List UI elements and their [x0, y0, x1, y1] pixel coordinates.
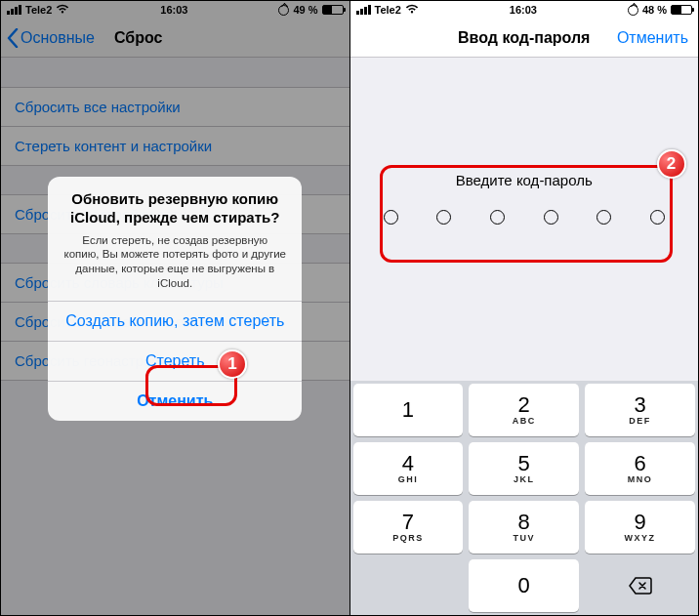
dot [544, 210, 558, 225]
key-0[interactable]: 0 [469, 559, 579, 612]
step-badge-1: 1 [218, 349, 247, 379]
dot [384, 210, 398, 225]
dot [490, 210, 505, 225]
key-3[interactable]: 3DEF [585, 384, 695, 436]
carrier: Tele2 [375, 4, 401, 16]
erase-button[interactable]: Стереть [48, 341, 302, 381]
cancel-button[interactable]: Отменить [617, 29, 698, 47]
passcode-dots [366, 210, 683, 225]
nav-bar: Ввод код-пароля Отменить [350, 19, 699, 58]
key-delete[interactable] [585, 559, 695, 612]
clock: 16:03 [510, 4, 537, 16]
signal-icon [356, 5, 371, 15]
battery-icon [671, 5, 692, 15]
passcode-area: Введите код-пароль [366, 172, 683, 225]
dot [650, 210, 665, 225]
key-1[interactable]: 1 [353, 384, 464, 436]
wifi-icon [405, 3, 419, 17]
sheet-title: Обновить резервную копию iCloud, прежде … [63, 190, 286, 227]
status-bar: Tele2 16:03 48 % [350, 1, 699, 19]
cancel-button[interactable]: Отменить [48, 381, 302, 421]
key-8[interactable]: 8TUV [469, 501, 579, 554]
key-5[interactable]: 5JKL [469, 442, 579, 495]
key-7[interactable]: 7PQRS [353, 501, 464, 554]
key-4[interactable]: 4GHI [353, 442, 464, 495]
backup-then-erase-button[interactable]: Создать копию, затем стереть [48, 301, 302, 341]
backspace-icon [628, 576, 653, 595]
numeric-keypad: 1 2ABC 3DEF 4GHI 5JKL 6MNO 7PQRS 8TUV 9W… [350, 381, 699, 615]
dot [436, 210, 451, 225]
passcode-prompt: Введите код-пароль [366, 172, 683, 188]
action-sheet: Обновить резервную копию iCloud, прежде … [48, 177, 302, 421]
dot [596, 210, 611, 225]
battery-pct: 48 % [642, 4, 667, 16]
step-badge-2: 2 [657, 149, 686, 179]
sheet-body: Если стереть, не создав резервную копию,… [63, 233, 286, 292]
key-2[interactable]: 2ABC [469, 384, 579, 436]
screen-passcode: Tele2 16:03 48 % Ввод код-пароля Отменит… [350, 1, 699, 615]
rotation-lock-icon [628, 5, 638, 16]
key-6[interactable]: 6MNO [585, 442, 695, 495]
key-blank [353, 559, 464, 612]
key-9[interactable]: 9WXYZ [585, 501, 695, 554]
screen-reset: Tele2 16:03 49 % Основные Сброс Сбросить… [1, 1, 350, 615]
